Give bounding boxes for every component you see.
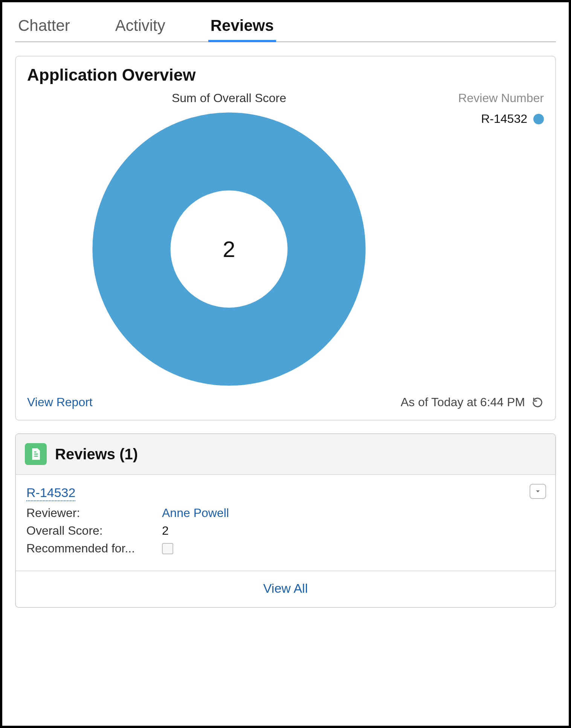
related-body: R-14532 Reviewer: Anne Powell Overall Sc… [16, 475, 555, 571]
reviewer-link[interactable]: Anne Powell [162, 506, 229, 520]
card-title: Application Overview [27, 66, 544, 84]
application-overview-card: Application Overview Sum of Overall Scor… [15, 56, 556, 421]
tab-reviews[interactable]: Reviews [211, 13, 274, 41]
legend-item[interactable]: R-14532 [431, 112, 544, 126]
view-report-link[interactable]: View Report [27, 395, 93, 409]
review-record-link[interactable]: R-14532 [26, 485, 75, 501]
row-menu-button[interactable] [530, 484, 546, 499]
field-label-recommended: Recommended for... [26, 541, 162, 555]
field-overall-score: Overall Score: 2 [26, 524, 545, 538]
legend-swatch [533, 114, 544, 124]
tab-bar: Chatter Activity Reviews [15, 13, 556, 42]
chart-area: Sum of Overall Score 2 Review Number R-1… [27, 91, 544, 388]
related-title: Reviews (1) [55, 446, 138, 463]
asof-text: As of Today at 6:44 PM [401, 395, 525, 409]
legend-header: Review Number [431, 91, 544, 105]
field-value-score: 2 [162, 524, 169, 538]
chart-label: Sum of Overall Score [27, 91, 431, 105]
tab-chatter[interactable]: Chatter [18, 13, 70, 41]
field-label-reviewer: Reviewer: [26, 506, 162, 520]
donut-center-value: 2 [223, 236, 235, 262]
recommended-checkbox[interactable] [162, 543, 173, 554]
refresh-icon[interactable] [531, 396, 544, 409]
legend-item-label: R-14532 [481, 112, 527, 126]
related-footer: View All [16, 571, 555, 607]
panel: Chatter Activity Reviews Application Ove… [0, 0, 571, 728]
legend: Review Number R-14532 [431, 91, 544, 126]
chart-column: Sum of Overall Score 2 [27, 91, 431, 388]
card-footer: View Report As of Today at 6:44 PM [27, 395, 544, 409]
reviews-icon [25, 443, 47, 465]
donut-chart[interactable]: 2 [90, 110, 368, 388]
field-list: Reviewer: Anne Powell Overall Score: 2 R… [26, 506, 545, 555]
view-all-link[interactable]: View All [263, 581, 308, 595]
field-recommended: Recommended for... [26, 541, 545, 555]
field-label-score: Overall Score: [26, 524, 162, 538]
tab-activity[interactable]: Activity [115, 13, 165, 41]
related-header: Reviews (1) [16, 434, 555, 475]
footer-right: As of Today at 6:44 PM [401, 395, 544, 409]
reviews-related-list: Reviews (1) R-14532 Reviewer: Anne Powel… [15, 433, 556, 608]
field-reviewer: Reviewer: Anne Powell [26, 506, 545, 520]
